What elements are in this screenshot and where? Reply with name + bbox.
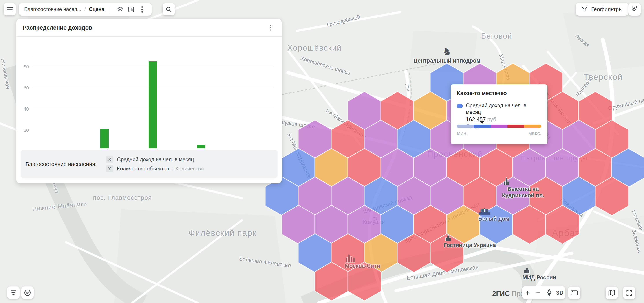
zoom-out-button[interactable]: −: [533, 286, 544, 299]
poi-label: Высотка на: [502, 186, 544, 192]
compass-icon: [547, 289, 552, 296]
scale-segment: [491, 125, 508, 128]
scale-max-label: макс.: [528, 130, 541, 136]
horse-icon: ♞: [414, 46, 480, 58]
sparkles-icon: [631, 6, 638, 13]
tower-icon: [522, 265, 556, 274]
layers-button[interactable]: [114, 4, 126, 15]
income-distribution-chart: 0204060800 – 100000100000 – 200000200000…: [16, 38, 282, 148]
chart-bar[interactable]: [149, 62, 157, 148]
map-tooltip: Какое-то местечко Средний доход на чел. …: [451, 84, 548, 144]
y-axis-sublabel: – Количество: [171, 166, 204, 172]
compass-button[interactable]: [544, 286, 554, 299]
search-button[interactable]: [162, 3, 175, 16]
hamburger-icon: [6, 7, 13, 12]
y-axis-label: Количество объектов: [117, 166, 169, 172]
map-poi: Москва-Сити: [345, 254, 380, 269]
kebab-icon: [141, 6, 143, 13]
poi-label: МИД России: [522, 274, 556, 281]
poi-label: Москва-Сити: [345, 263, 380, 269]
filter-lines-icon: [10, 290, 16, 295]
chart-panel-header: Распределение доходов: [16, 19, 282, 37]
map-poi: Высотка наКудринской пл.: [502, 177, 544, 199]
scale-segment: [474, 125, 491, 128]
series-color-dot: [457, 104, 463, 108]
threed-button[interactable]: 3D: [554, 286, 565, 299]
chart-bar[interactable]: [100, 129, 109, 148]
brand-logo: 2ГИС Про: [492, 290, 524, 298]
geofilters-button[interactable]: Геофильтры: [576, 3, 628, 16]
map-poi: ♞Центральный ипподром: [414, 46, 480, 64]
dataset-label: Благосостояние населения:: [26, 161, 97, 167]
y-axis-row: Y Количество объектов – Количество: [106, 165, 204, 172]
y-tick-label: 60: [24, 85, 29, 90]
scale-marker: [480, 121, 484, 124]
zoom-in-button[interactable]: +: [522, 286, 533, 299]
fullscreen-button[interactable]: [623, 287, 636, 299]
chart-legend: Благосостояние населения: X Средний дохо…: [21, 150, 278, 178]
breadcrumb-bar: Благосостояние насел... / Сцена: [19, 3, 152, 16]
chart-bar[interactable]: [197, 145, 206, 148]
scale-segment: [524, 125, 541, 128]
poi-label: Кудринской пл.: [502, 192, 544, 199]
y-tick-label: 80: [24, 64, 29, 69]
tower-icon: [502, 177, 544, 186]
color-scale: [457, 125, 541, 128]
ruler-icon: [571, 290, 578, 295]
tooltip-value: 162 457 руб.: [466, 116, 541, 123]
layers-filter-button[interactable]: [7, 286, 20, 299]
layers-icon: [117, 6, 124, 13]
map-style-button[interactable]: [606, 287, 618, 299]
map-poi: Белый дом: [478, 208, 510, 222]
poi-label: Центральный ипподром: [414, 58, 480, 64]
x-axis-label: Средний доход на чел. в месяц: [117, 156, 194, 163]
x-axis-row: X Средний доход на чел. в месяц: [106, 156, 204, 163]
y-tick-label: 40: [24, 106, 29, 111]
tooltip-metric-label: Средний доход на чел. в месяц: [466, 102, 541, 115]
time-button[interactable]: [21, 286, 34, 299]
scale-segment: [457, 125, 474, 128]
chart-panel: Распределение доходов 0204060800 – 10000…: [16, 19, 282, 183]
y-tick-label: 20: [24, 128, 29, 133]
menu-button[interactable]: [4, 3, 16, 16]
scale-segment: [508, 125, 524, 128]
x-axis-badge: X: [106, 156, 114, 163]
folded-map-icon: [608, 290, 615, 296]
chart-menu-button[interactable]: [266, 23, 275, 33]
breadcrumb-scene[interactable]: Сцена: [89, 7, 104, 12]
kebab-icon: [270, 25, 271, 31]
breadcrumb-project[interactable]: Благосостояние насел...: [24, 7, 82, 12]
breadcrumb-separator: /: [84, 7, 86, 12]
tooltip-title: Какое-то местечко: [457, 90, 541, 96]
scale-min-label: мин.: [457, 130, 468, 136]
magic-tools-button[interactable]: [628, 3, 641, 16]
map-canvas[interactable]: ХорошёвскийБеговойТверскойПресненскийПат…: [0, 0, 644, 303]
funnel-icon: [582, 7, 588, 12]
chart-title: Распределение доходов: [23, 24, 266, 31]
poi-label: Белый дом: [478, 216, 510, 222]
search-icon: [166, 6, 172, 12]
tower-icon: [444, 233, 496, 242]
poi-label: Гостиница Украина: [444, 242, 496, 248]
clock-icon: [24, 289, 31, 296]
city-icon: [345, 254, 380, 263]
bar-chart-icon: [128, 6, 134, 13]
map-poi: Гостиница Украина: [444, 233, 496, 248]
y-axis-badge: Y: [106, 165, 114, 172]
geofilters-label: Геофильтры: [591, 6, 623, 13]
whitehouse-icon: [478, 208, 510, 216]
tooltip-unit: руб.: [487, 116, 498, 122]
more-button[interactable]: [136, 4, 148, 15]
ruler-button[interactable]: [568, 287, 580, 299]
charts-button[interactable]: [126, 4, 136, 15]
fullscreen-icon: [626, 290, 632, 296]
map-poi: МИД России: [522, 265, 556, 281]
toolbar-divider: [110, 6, 110, 13]
map-zoom-controls: + − 3D: [522, 286, 565, 299]
